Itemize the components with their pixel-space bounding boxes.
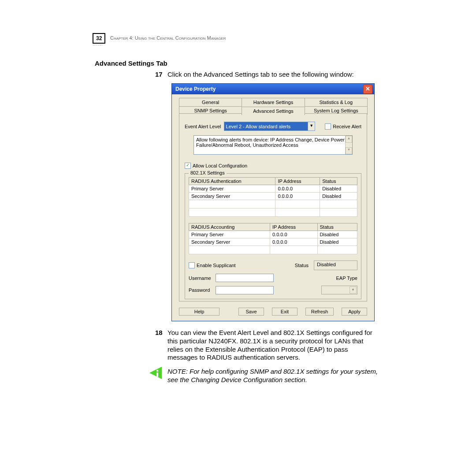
table-row[interactable]: Secondary Server 0.0.0.0 Disabled — [189, 193, 357, 200]
alert-description-box: Allow following alerts from device: IP A… — [193, 135, 353, 155]
help-button[interactable]: Help — [179, 308, 219, 316]
auth-header-1[interactable]: IP Address — [275, 178, 320, 185]
page-number: 32 — [93, 33, 105, 44]
table-row[interactable]: Secondary Server 0.0.0.0 Disabled — [189, 238, 357, 246]
username-label: Username — [189, 275, 213, 281]
page-number-dots: ⋯⋯ — [93, 43, 103, 48]
table-row[interactable]: Primary Server 0.0.0.0 Disabled — [189, 185, 357, 193]
svg-rect-2 — [156, 372, 158, 377]
eap-type-label: EAP Type — [336, 275, 357, 281]
enable-supplicant-checkbox[interactable] — [189, 262, 195, 268]
close-icon[interactable]: ✕ — [363, 85, 372, 94]
table-row[interactable]: Primary Server 0.0.0.0 Disabled — [189, 231, 357, 238]
dialog-button-bar: Help Save Exit Refresh Apply — [179, 308, 367, 316]
section-heading: Advanced Settings Tab — [95, 60, 167, 67]
scroll-down-icon[interactable]: ▼ — [346, 147, 352, 154]
refresh-button[interactable]: Refresh — [305, 308, 334, 316]
acct-header-2[interactable]: Status — [317, 223, 357, 231]
supplicant-status-label: Status — [295, 263, 309, 268]
allow-local-config-group[interactable]: ✓ Allow Local Configuration — [185, 163, 247, 169]
password-field[interactable] — [216, 286, 274, 294]
exit-button[interactable]: Exit — [272, 308, 298, 316]
chevron-down-icon[interactable]: ▼ — [308, 122, 315, 130]
scroll-up-icon[interactable]: ▲ — [346, 136, 352, 143]
advanced-settings-panel: Event Alert Level Level 2 - Allow standa… — [179, 113, 367, 301]
device-property-dialog: Device Property ✕ General Hardware Setti… — [171, 83, 375, 321]
chevron-down-icon[interactable]: ▼ — [350, 286, 357, 294]
tabs-container: General Hardware Settings Statistics & L… — [179, 98, 367, 115]
acct-header-1[interactable]: IP Address — [270, 223, 317, 231]
username-field[interactable] — [216, 274, 274, 282]
tab-advanced-settings[interactable]: Advanced Settings — [242, 107, 305, 115]
note-text: NOTE: For help configuring SNMP and 802.… — [167, 368, 379, 384]
supplicant-status-value: Disabled — [314, 260, 357, 270]
radius-auth-table[interactable]: RADIUS Authentication IP Address Status … — [189, 177, 357, 217]
event-alert-level-value: Level 2 - Allow standard alerts — [226, 124, 291, 129]
step-17-text: Click on the Advanced Settings tab to se… — [167, 71, 354, 78]
dialog-titlebar[interactable]: Device Property ✕ — [172, 84, 374, 94]
enable-supplicant-label: Enable Supplicant — [197, 263, 236, 268]
alert-description-text: Allow following alerts from device: IP A… — [196, 137, 345, 148]
chapter-header: Chapter 4: Using the Central Configurati… — [110, 35, 226, 41]
receive-alert-label: Receive Alert — [333, 124, 361, 129]
enable-supplicant-group[interactable]: Enable Supplicant — [189, 262, 236, 268]
receive-alert-checkbox[interactable] — [325, 123, 331, 130]
eap-type-dropdown[interactable]: ▼ — [321, 286, 357, 294]
apply-button[interactable]: Apply — [342, 308, 367, 316]
dialog-title: Device Property — [175, 86, 216, 92]
table-row — [189, 208, 357, 217]
alert-scrollbar[interactable]: ▲ ▼ — [345, 136, 352, 154]
password-label: Password — [189, 287, 213, 293]
tab-statistics-log[interactable]: Statistics & Log — [305, 98, 368, 106]
allow-local-config-checkbox[interactable]: ✓ — [185, 163, 191, 169]
dot1x-legend: 802.1X Settings — [189, 170, 227, 175]
auth-header-0[interactable]: RADIUS Authentication — [189, 178, 275, 185]
step-17-number: 17 — [155, 71, 163, 78]
dot1x-fieldset: 802.1X Settings RADIUS Authentication IP… — [185, 173, 361, 299]
event-alert-level-label: Event Alert Level — [185, 124, 221, 129]
step-18-text: You can view the Event Alert Level and 8… — [167, 329, 379, 362]
table-row — [189, 246, 357, 254]
svg-rect-1 — [156, 370, 158, 372]
step-18-number: 18 — [155, 329, 163, 336]
info-icon — [149, 366, 163, 380]
radius-acct-table[interactable]: RADIUS Accounting IP Address Status Prim… — [189, 223, 357, 254]
event-alert-level-dropdown[interactable]: Level 2 - Allow standard alerts ▼ — [224, 122, 316, 131]
receive-alert-checkbox-group[interactable]: Receive Alert — [325, 123, 361, 130]
save-button[interactable]: Save — [238, 308, 264, 316]
tab-hardware-settings[interactable]: Hardware Settings — [242, 98, 305, 106]
tab-general[interactable]: General — [179, 98, 242, 106]
acct-header-0[interactable]: RADIUS Accounting — [189, 223, 270, 231]
auth-header-2[interactable]: Status — [320, 178, 357, 185]
svg-marker-0 — [149, 367, 162, 379]
table-row — [189, 200, 357, 208]
allow-local-config-label: Allow Local Configuration — [193, 163, 247, 168]
